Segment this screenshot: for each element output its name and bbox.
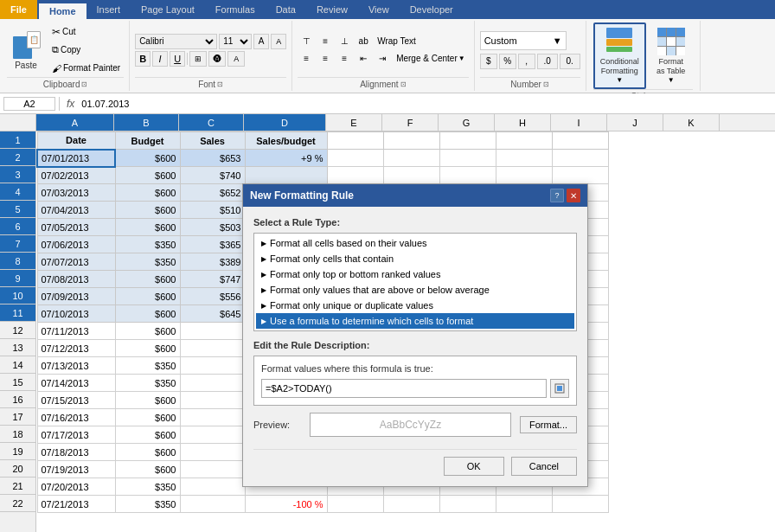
file-tab[interactable]: File	[0, 0, 37, 19]
border-button[interactable]: ⊞	[189, 51, 207, 67]
col-header-i[interactable]: I	[551, 114, 607, 131]
format-painter-button[interactable]: 🖌 Format Painter	[48, 60, 124, 77]
text-angle-button[interactable]: ab	[355, 34, 372, 49]
cell-b4[interactable]: $600	[115, 184, 180, 202]
tab-data[interactable]: Data	[266, 2, 306, 19]
underline-button[interactable]: U	[170, 51, 185, 67]
row-header-1[interactable]: 1	[0, 131, 35, 149]
cell-h2[interactable]	[496, 150, 552, 167]
row-header-18[interactable]: 18	[0, 426, 35, 443]
rule-item-4[interactable]: ▶ Format only unique or duplicate values	[256, 298, 574, 313]
row-header-12[interactable]: 12	[0, 322, 35, 339]
row-header-3[interactable]: 3	[0, 166, 35, 183]
align-center-button[interactable]: ≡	[317, 51, 334, 67]
merge-center-button[interactable]: Merge & Center ▼	[393, 52, 469, 65]
row-header-2[interactable]: 2	[0, 149, 35, 166]
row-header-9[interactable]: 9	[0, 270, 35, 287]
align-left-button[interactable]: ≡	[298, 51, 315, 67]
percent-button[interactable]: %	[499, 54, 516, 69]
cell-f2[interactable]	[383, 150, 439, 167]
align-bottom-button[interactable]: ⊥	[336, 34, 353, 49]
cell-b2[interactable]: $600	[115, 150, 180, 167]
wrap-text-button[interactable]: Wrap Text	[374, 35, 420, 48]
row-header-22[interactable]: 22	[0, 495, 35, 512]
tab-formulas[interactable]: Formulas	[205, 2, 266, 19]
cell-e3[interactable]	[327, 167, 383, 184]
indent-increase-button[interactable]: ⇥	[374, 51, 391, 67]
row-header-11[interactable]: 11	[0, 304, 35, 322]
dialog-help-button[interactable]: ?	[550, 189, 564, 202]
rule-item-2[interactable]: ▶ Format only top or bottom ranked value…	[256, 266, 574, 282]
tab-review[interactable]: Review	[306, 2, 358, 19]
align-top-button[interactable]: ⊤	[298, 34, 315, 49]
formula-input[interactable]	[81, 99, 772, 109]
tab-home[interactable]: Home	[39, 2, 86, 19]
row-header-21[interactable]: 21	[0, 478, 35, 495]
cell-d1[interactable]: Sales/budget	[245, 132, 327, 150]
clipboard-expand-icon[interactable]: ⊡	[81, 80, 87, 88]
cell-c2[interactable]: $653	[180, 150, 245, 167]
conditional-formatting-button[interactable]: ConditionalFormatting ▼	[593, 22, 646, 89]
col-header-k[interactable]: K	[663, 114, 720, 131]
font-expand-icon[interactable]: ⊡	[217, 80, 223, 88]
cell-a5[interactable]: 07/04/2013	[37, 202, 115, 219]
rule-item-0[interactable]: ▶ Format all cells based on their values	[256, 235, 574, 251]
cell-e1[interactable]	[327, 132, 383, 150]
cell-reference-box[interactable]: A2	[3, 97, 55, 111]
merge-dropdown-icon[interactable]: ▼	[458, 54, 465, 62]
cut-button[interactable]: ✂ Cut	[48, 23, 124, 41]
row-header-20[interactable]: 20	[0, 460, 35, 478]
cell-e2[interactable]	[327, 150, 383, 167]
cell-d2[interactable]: +9 %	[245, 150, 327, 167]
tab-developer[interactable]: Developer	[400, 2, 464, 19]
cell-g2[interactable]	[439, 150, 496, 167]
col-header-d[interactable]: D	[244, 114, 326, 131]
font-decrease-button[interactable]: A	[271, 34, 286, 49]
row-header-15[interactable]: 15	[0, 374, 35, 391]
dialog-close-button[interactable]: ✕	[567, 189, 580, 202]
align-middle-button[interactable]: ≡	[317, 34, 334, 49]
italic-button[interactable]: I	[152, 51, 168, 67]
rule-item-5[interactable]: ▶ Use a formula to determine which cells…	[256, 313, 574, 329]
tab-view[interactable]: View	[358, 2, 400, 19]
formula-value-input[interactable]	[261, 379, 547, 398]
col-header-h[interactable]: H	[495, 114, 551, 131]
row-header-7[interactable]: 7	[0, 235, 35, 253]
currency-button[interactable]: $	[480, 54, 497, 69]
cell-g1[interactable]	[439, 132, 496, 150]
col-header-g[interactable]: G	[439, 114, 495, 131]
ok-button[interactable]: OK	[444, 457, 504, 476]
rule-type-list[interactable]: ▶ Format all cells based on their values…	[253, 233, 577, 331]
cell-a3[interactable]: 07/02/2013	[37, 167, 115, 184]
cell-f1[interactable]	[383, 132, 439, 150]
alignment-expand-icon[interactable]: ⊡	[400, 80, 407, 88]
indent-decrease-button[interactable]: ⇤	[355, 51, 372, 67]
tab-page-layout[interactable]: Page Layout	[131, 2, 205, 19]
font-color-button[interactable]: A	[227, 51, 245, 67]
bold-button[interactable]: B	[135, 51, 151, 67]
comma-button[interactable]: ,	[518, 54, 535, 69]
copy-button[interactable]: ⧉ Copy	[48, 42, 124, 59]
col-header-c[interactable]: C	[179, 114, 244, 131]
tab-insert[interactable]: Insert	[86, 2, 131, 19]
cell-a2[interactable]: 07/01/2013	[37, 150, 115, 167]
rule-item-3[interactable]: ▶ Format only values that are above or b…	[256, 282, 574, 298]
align-right-button[interactable]: ≡	[336, 51, 353, 67]
row-header-10[interactable]: 10	[0, 287, 35, 304]
row-header-4[interactable]: 4	[0, 183, 35, 201]
cell-i2[interactable]	[552, 150, 608, 167]
number-format-dropdown[interactable]: Custom ▼	[480, 31, 567, 50]
rule-item-1[interactable]: ▶ Format only cells that contain	[256, 251, 574, 266]
fill-color-button[interactable]: 🅐	[208, 51, 226, 67]
row-header-14[interactable]: 14	[0, 356, 35, 374]
cell-c4[interactable]: $652	[180, 184, 245, 202]
font-size-select[interactable]: 11	[219, 34, 252, 49]
col-header-j[interactable]: J	[607, 114, 663, 131]
decimal-increase-button[interactable]: .0	[537, 54, 558, 69]
col-header-b[interactable]: B	[114, 114, 179, 131]
row-header-19[interactable]: 19	[0, 443, 35, 460]
cell-d3[interactable]	[245, 167, 327, 184]
cell-c3[interactable]: $740	[180, 167, 245, 184]
col-header-f[interactable]: F	[382, 114, 439, 131]
row-header-16[interactable]: 16	[0, 391, 35, 408]
